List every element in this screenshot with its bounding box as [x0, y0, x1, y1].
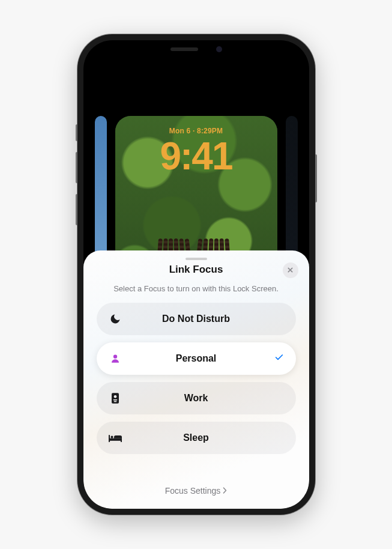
focus-settings-link[interactable]: Focus Settings: [94, 478, 298, 499]
check-icon: [274, 353, 284, 365]
sheet-grabber[interactable]: [185, 258, 207, 260]
focus-option-personal[interactable]: Personal: [97, 342, 296, 375]
focus-option-label: Do Not Disturb: [109, 314, 284, 324]
sheet-subtitle: Select a Focus to turn on with this Lock…: [94, 284, 298, 293]
link-focus-sheet: Link Focus Select a Focus to turn on wit…: [83, 250, 309, 509]
focus-option-dnd[interactable]: Do Not Disturb: [97, 303, 296, 335]
focus-option-list: Do Not Disturb Personal: [94, 303, 298, 454]
phone-side-button-right: [315, 154, 317, 202]
lockscreen-time: 9:41: [115, 134, 277, 178]
focus-option-label: Sleep: [109, 432, 284, 443]
sheet-title: Link Focus: [94, 264, 298, 276]
focus-option-sleep[interactable]: Sleep: [97, 422, 296, 454]
focus-option-label: Personal: [109, 353, 284, 364]
focus-settings-label: Focus Settings: [165, 486, 221, 496]
phone-side-buttons-left: [76, 124, 77, 236]
phone-frame: Mon 6 · 8:29PM 9:41: [77, 34, 315, 515]
close-icon: [287, 265, 294, 276]
notch: [151, 40, 241, 58]
phone-screen: Mon 6 · 8:29PM 9:41: [83, 40, 309, 509]
close-button[interactable]: [283, 262, 298, 278]
focus-option-label: Work: [109, 393, 284, 404]
chevron-right-icon: [223, 486, 227, 496]
focus-option-work[interactable]: Work: [97, 382, 296, 414]
